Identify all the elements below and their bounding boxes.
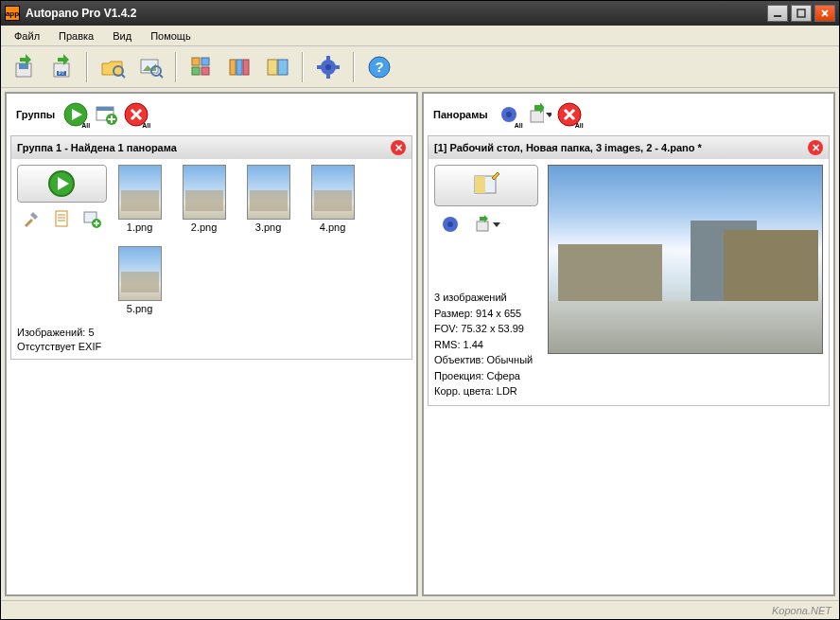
group-detect-button[interactable] <box>17 165 107 203</box>
pano-export-dropdown-small[interactable] <box>474 214 500 235</box>
svg-rect-24 <box>326 56 330 61</box>
group-properties-button[interactable] <box>51 208 72 229</box>
pano-edit-button[interactable] <box>434 165 538 206</box>
svg-line-12 <box>159 74 163 78</box>
thumb-label: 5.png <box>127 303 153 314</box>
thumb-item[interactable]: 1.png <box>114 165 166 233</box>
folder-search-icon <box>99 54 126 80</box>
chevron-down-icon <box>493 221 500 228</box>
play-icon <box>47 169 76 198</box>
pano-card: [1] Рабочий стол, Новая папка, 3 images,… <box>428 135 830 406</box>
groups-run-all-button[interactable]: All <box>62 101 89 128</box>
pano-meta-line: RMS: 1.44 <box>434 337 538 353</box>
svg-point-45 <box>506 112 512 117</box>
pano-meta-line: FOV: 75.32 x 53.99 <box>434 321 538 337</box>
chevron-down-icon <box>546 111 551 118</box>
pano-render-button[interactable] <box>440 214 461 235</box>
group-thumbs: 1.png 2.png 3.png 4.png 5.png <box>114 165 406 314</box>
thumb-item[interactable]: 3.png <box>243 165 294 233</box>
groups-add-button[interactable] <box>93 101 119 128</box>
svg-rect-21 <box>278 60 288 75</box>
svg-rect-18 <box>236 60 242 75</box>
group-exif-status: Отсутствует EXIF <box>17 340 406 354</box>
thumb-item[interactable]: 5.png <box>114 246 166 314</box>
menu-edit[interactable]: Правка <box>49 28 103 44</box>
svg-rect-38 <box>56 211 67 226</box>
svg-text:PT: PT <box>59 70 64 76</box>
maximize-button[interactable] <box>791 5 812 22</box>
svg-rect-53 <box>477 221 488 231</box>
statusbar: Kopona.NET <box>1 600 839 619</box>
close-button[interactable] <box>814 5 835 22</box>
floppy-pt-icon: PT <box>48 54 75 80</box>
group-close-button[interactable]: ✕ <box>391 140 406 155</box>
svg-rect-19 <box>243 60 249 75</box>
pano-render-all-button[interactable]: All <box>496 101 522 128</box>
help-button[interactable]: ? <box>362 50 396 84</box>
thumb-label: 3.png <box>255 221 282 233</box>
group-card-header: Группа 1 - Найдена 1 панорама ✕ <box>11 136 411 159</box>
svg-point-52 <box>447 221 453 227</box>
app-icon: app <box>5 6 20 21</box>
menubar: Файл Правка Вид Помощь <box>1 26 839 46</box>
groups-delete-all-button[interactable]: All <box>123 101 149 128</box>
image-search-button[interactable] <box>133 50 167 84</box>
settings-button[interactable] <box>311 50 345 84</box>
pano-meta-line: Проекция: Сфера <box>434 368 538 384</box>
group-card-title: Группа 1 - Найдена 1 панорама <box>17 142 391 153</box>
floppy-export-icon <box>10 54 37 80</box>
svg-rect-16 <box>201 67 209 75</box>
pano-card-title: [1] Рабочий стол, Новая папка, 3 images,… <box>434 142 808 153</box>
window-title: Autopano Pro V1.4.2 <box>26 7 767 20</box>
thumb-label: 1.png <box>127 221 153 233</box>
image-search-icon <box>137 54 164 80</box>
group-settings-button[interactable] <box>21 208 42 229</box>
floppy-export-icon <box>474 215 493 234</box>
gear-icon <box>316 55 341 80</box>
svg-rect-15 <box>192 67 200 75</box>
svg-marker-47 <box>546 113 551 117</box>
thumb-label: 2.png <box>191 221 218 233</box>
group-footer: Изображений: 5 Отсутствует EXIF <box>11 320 411 359</box>
help-icon: ? <box>367 55 392 80</box>
svg-rect-50 <box>475 176 485 193</box>
svg-rect-26 <box>317 65 322 69</box>
pano-meta-line: 3 изображений <box>434 290 538 306</box>
pano-card-header: [1] Рабочий стол, Новая папка, 3 images,… <box>429 136 829 159</box>
svg-text:?: ? <box>375 59 383 75</box>
panoramas-pane: Панорамы All All <box>422 92 835 596</box>
save-project-button[interactable] <box>7 50 41 84</box>
main-toolbar: PT ? <box>1 46 839 88</box>
svg-rect-13 <box>192 58 200 65</box>
minimize-button[interactable] <box>767 5 788 22</box>
svg-rect-3 <box>19 63 28 69</box>
open-folder-button[interactable] <box>96 50 130 84</box>
svg-marker-54 <box>493 222 500 227</box>
group-card: Группа 1 - Найдена 1 панорама ✕ <box>10 135 412 360</box>
document-icon <box>52 209 71 228</box>
import-project-button[interactable]: PT <box>44 50 79 84</box>
menu-help[interactable]: Помощь <box>141 28 201 44</box>
pano-close-button[interactable]: ✕ <box>808 140 823 155</box>
svg-rect-1 <box>797 9 805 17</box>
thumb-item[interactable]: 4.png <box>307 165 359 233</box>
columns-icon <box>226 54 253 80</box>
pano-delete-all-button[interactable]: All <box>556 101 583 128</box>
layout-split-button[interactable] <box>260 50 294 84</box>
menu-view[interactable]: Вид <box>103 28 141 44</box>
grid-icon <box>188 54 215 80</box>
layout-columns-button[interactable] <box>222 50 256 84</box>
svg-rect-17 <box>230 60 236 75</box>
layout-grid-button[interactable] <box>184 50 219 84</box>
svg-rect-27 <box>335 65 340 69</box>
menu-file[interactable]: Файл <box>5 28 49 44</box>
floppy-export-icon <box>527 103 544 126</box>
svg-rect-0 <box>774 15 781 17</box>
thumb-item[interactable]: 2.png <box>179 165 230 233</box>
pano-preview[interactable] <box>548 165 823 354</box>
svg-line-8 <box>121 74 125 78</box>
group-add-image-button[interactable] <box>81 208 102 229</box>
pano-meta-line: Объектив: Обычный <box>434 352 538 368</box>
pano-edit-icon <box>471 170 501 201</box>
pano-export-dropdown[interactable] <box>526 101 552 128</box>
